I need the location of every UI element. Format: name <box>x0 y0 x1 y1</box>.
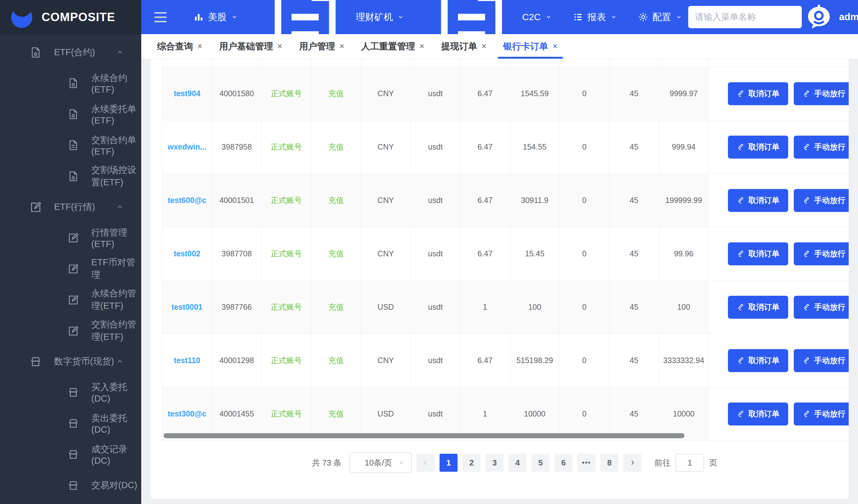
cancel-order-button[interactable]: 取消订单 <box>728 349 788 372</box>
nav-item-0[interactable]: 美股 <box>183 0 248 34</box>
manual-release-button[interactable]: 手动放行 <box>794 349 849 372</box>
sql-document-icon <box>68 109 79 120</box>
chevron-up-icon[interactable] <box>116 203 124 211</box>
nav-item-3[interactable]: 报表 <box>562 0 627 34</box>
hamburger-icon[interactable] <box>154 12 167 22</box>
page-button-3[interactable]: 3 <box>486 454 504 472</box>
sidebar-item-2-3[interactable]: 交易对(DC) <box>0 470 141 501</box>
more-pages-button[interactable]: ••• <box>577 454 595 472</box>
nav-item-2[interactable]: C2C <box>414 0 562 34</box>
sidebar-item-2-2[interactable]: 成交记录(DC) <box>0 439 141 470</box>
close-icon[interactable]: × <box>197 42 202 51</box>
sidebar-item-0-1[interactable]: 永续委托单(ETF) <box>0 99 141 130</box>
table-cell: 40001580 <box>212 67 262 120</box>
tab-2[interactable]: 用户管理× <box>291 34 353 59</box>
username-link[interactable]: test002 <box>162 227 212 280</box>
sidebar-item-0-0[interactable]: 永续合约(ETF) <box>0 68 141 99</box>
tab-5[interactable]: 银行卡订单× <box>495 34 566 59</box>
table-cell: 正式账号 <box>262 174 311 227</box>
search-input[interactable] <box>695 12 807 22</box>
close-icon[interactable]: × <box>419 42 424 51</box>
manual-release-button[interactable]: 手动放行 <box>794 189 849 212</box>
table-cell: 3987958 <box>212 120 262 174</box>
horizontal-scrollbar[interactable] <box>163 433 684 438</box>
cancel-order-button[interactable]: 取消订单 <box>728 296 788 319</box>
table-row-clipped <box>162 59 849 67</box>
sidebar-menu: ETF(合约)永续合约(ETF)永续委托单(ETF)交割合约单(ETF)交割场控… <box>0 34 141 501</box>
close-icon[interactable]: × <box>481 42 487 51</box>
cancel-order-button[interactable]: 取消订单 <box>728 242 788 265</box>
table-cell: 正式账号 <box>262 120 311 174</box>
goto-page-input[interactable] <box>676 454 704 472</box>
username-link[interactable]: test904 <box>162 67 212 120</box>
next-page-button[interactable] <box>623 454 641 472</box>
tab-3[interactable]: 人工重置管理× <box>353 34 433 59</box>
manual-release-button[interactable]: 手动放行 <box>794 82 849 105</box>
nav-item-1[interactable]: 理财矿机 <box>248 0 414 34</box>
cancel-order-button[interactable]: 取消订单 <box>728 189 788 212</box>
manual-release-button[interactable]: 手动放行 <box>794 296 849 319</box>
document-icon <box>258 0 352 34</box>
username-link[interactable]: test0001 <box>162 280 212 334</box>
table-cell: 0 <box>560 67 609 120</box>
page-button-1[interactable]: 1 <box>440 454 458 472</box>
manual-release-button[interactable]: 手动放行 <box>794 136 849 159</box>
page-button-6[interactable]: 6 <box>554 454 572 472</box>
sidebar-group-2[interactable]: 数字货币(现货) <box>0 346 141 377</box>
pencil-icon <box>803 303 811 311</box>
username-link[interactable]: test110 <box>162 334 212 387</box>
page-button-2[interactable]: 2 <box>462 454 480 472</box>
table-cell: usdt <box>411 280 460 334</box>
cancel-order-button[interactable]: 取消订单 <box>728 403 788 425</box>
sidebar-item-1-0[interactable]: 行情管理(ETF) <box>0 222 141 253</box>
user-avatar-icon[interactable] <box>806 4 832 31</box>
username-link[interactable]: test300@c <box>162 387 212 440</box>
chevron-up-icon[interactable] <box>116 358 124 365</box>
manual-release-button[interactable]: 手动放行 <box>794 403 849 425</box>
close-icon[interactable]: × <box>277 42 283 51</box>
open-tabs-bar: 综合查询×用户基础管理×用户管理×人工重置管理×提现订单×银行卡订单× <box>141 34 858 59</box>
sidebar-item-label: 交易对(DC) <box>91 479 137 492</box>
username-link[interactable]: test600@c <box>162 174 212 227</box>
sidebar-item-2-0[interactable]: 买入委托(DC) <box>0 377 141 408</box>
page-button-8[interactable]: 8 <box>600 454 618 472</box>
table-cell: 充值 <box>311 174 361 227</box>
manual-release-button[interactable]: 手动放行 <box>794 242 849 265</box>
table-cell: 154.55 <box>510 120 560 174</box>
sidebar-item-1-3[interactable]: 交割合约管理(ETF) <box>0 315 141 346</box>
cancel-order-button[interactable]: 取消订单 <box>728 136 788 159</box>
sidebar-item-0-2[interactable]: 交割合约单(ETF) <box>0 130 141 161</box>
sidebar-group-1[interactable]: ETF(行情) <box>0 192 141 222</box>
sidebar-item-0-3[interactable]: 交割场控设置(ETF) <box>0 161 141 192</box>
page-button-4[interactable]: 4 <box>508 454 526 472</box>
username-label[interactable]: admin <box>839 12 858 23</box>
table-cell: 充值 <box>311 227 361 280</box>
sidebar-item-1-1[interactable]: ETF币对管理 <box>0 253 141 284</box>
username-link[interactable]: wxedwin... <box>162 120 212 174</box>
table-cell: 1 <box>460 387 510 440</box>
sidebar-item-1-2[interactable]: 永续合约管理(ETF) <box>0 284 141 315</box>
sidebar-item-label: ETF币对管理 <box>91 256 141 281</box>
page-button-5[interactable]: 5 <box>531 454 550 472</box>
tab-1[interactable]: 用户基础管理× <box>211 34 291 59</box>
page-size-select[interactable]: 10条/页 <box>350 453 412 473</box>
prev-page-button[interactable] <box>417 454 434 472</box>
close-icon[interactable]: × <box>339 42 345 51</box>
sidebar-item-2-1[interactable]: 卖出委托(DC) <box>0 408 141 439</box>
row-actions: 取消订单手动放行 <box>709 120 849 174</box>
tab-0[interactable]: 综合查询× <box>149 34 211 59</box>
table-cell: usdt <box>411 227 460 280</box>
table-cell: 正式账号 <box>262 67 311 120</box>
chevron-up-icon[interactable] <box>116 48 124 56</box>
sidebar-group-0[interactable]: ETF(合约) <box>0 37 141 68</box>
nav-item-label: 理财矿机 <box>356 11 393 23</box>
table-cell: 0 <box>560 174 609 227</box>
close-icon[interactable]: × <box>553 42 557 51</box>
cancel-order-button[interactable]: 取消订单 <box>728 82 788 105</box>
tab-label: 人工重置管理 <box>361 40 415 53</box>
content-area: test90440001580正式账号充值CNYusdt6.471545.590… <box>141 59 858 504</box>
pencil-icon <box>803 410 811 418</box>
nav-item-4[interactable]: 配置 <box>627 0 693 34</box>
tab-4[interactable]: 提现订单× <box>433 34 495 59</box>
table-cell: 99.96 <box>659 227 709 280</box>
